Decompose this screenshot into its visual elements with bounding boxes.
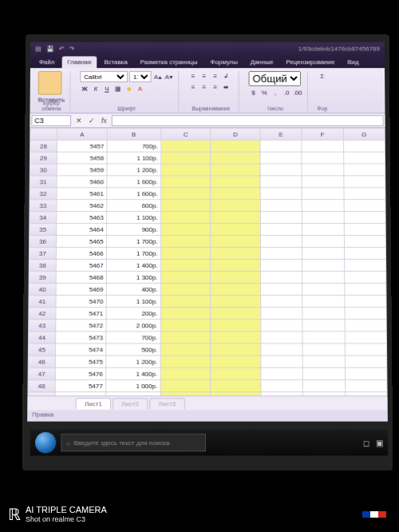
cell-F37[interactable]: [302, 248, 344, 260]
cell-E37[interactable]: [261, 248, 302, 260]
cell-G48[interactable]: [345, 379, 387, 391]
cell-C35[interactable]: [160, 224, 211, 236]
spreadsheet-grid[interactable]: ABCDEFG 285457700р.2954581 100р.3054591 …: [27, 128, 387, 395]
font-name-select[interactable]: Calibri: [80, 71, 128, 82]
row-header[interactable]: 48: [28, 379, 55, 391]
cell-B32[interactable]: 1 600р.: [107, 188, 161, 200]
cell-E38[interactable]: [261, 259, 302, 271]
cell-G43[interactable]: [345, 320, 387, 332]
row-header[interactable]: 42: [29, 308, 56, 320]
cell-F29[interactable]: [302, 152, 343, 164]
cell-B46[interactable]: 1 200р.: [105, 355, 160, 367]
cell-F48[interactable]: [303, 379, 346, 391]
cell-A46[interactable]: 5475: [55, 355, 105, 367]
cell-E34[interactable]: [260, 212, 302, 224]
cell-A42[interactable]: 5471: [56, 308, 106, 320]
row-header[interactable]: 32: [30, 188, 57, 200]
cell-B45[interactable]: 500р.: [106, 343, 160, 355]
cell-A37[interactable]: 5466: [56, 248, 106, 260]
cell-C33[interactable]: [160, 200, 211, 212]
cell-F33[interactable]: [302, 200, 344, 212]
col-header-E[interactable]: E: [260, 129, 302, 141]
ribbon-tab-3[interactable]: Разметка страницы: [135, 56, 203, 68]
cell-A31[interactable]: 5460: [57, 176, 107, 188]
row-header[interactable]: 35: [30, 224, 57, 236]
cell-E39[interactable]: [261, 272, 302, 284]
cell-G38[interactable]: [344, 259, 385, 271]
cell-B39[interactable]: 1 300р.: [106, 272, 160, 284]
cell-G36[interactable]: [344, 236, 385, 248]
cell-C47[interactable]: [160, 367, 211, 379]
cell-B36[interactable]: 1 700р.: [106, 236, 160, 248]
formula-input[interactable]: [112, 115, 384, 126]
cell-B43[interactable]: 2 000р.: [106, 320, 160, 332]
cell-A41[interactable]: 5470: [56, 296, 106, 308]
cell-C31[interactable]: [160, 176, 211, 188]
cell-G29[interactable]: [343, 152, 385, 164]
paste-button[interactable]: [38, 71, 62, 94]
row-header[interactable]: 41: [29, 296, 56, 308]
cell-E42[interactable]: [261, 308, 302, 320]
cancel-icon[interactable]: ✕: [73, 117, 85, 125]
select-all-corner[interactable]: [30, 129, 57, 141]
sheet-tab-1[interactable]: Лист2: [113, 398, 148, 409]
cell-E40[interactable]: [261, 284, 302, 296]
underline-button[interactable]: Ч: [102, 84, 112, 93]
cell-F39[interactable]: [302, 272, 344, 284]
align-right-icon[interactable]: ≡: [211, 82, 220, 92]
cell-D44[interactable]: [211, 332, 261, 343]
cell-G35[interactable]: [344, 224, 385, 236]
cell-C40[interactable]: [160, 284, 211, 296]
cell-F38[interactable]: [302, 259, 344, 271]
cell-G46[interactable]: [345, 355, 387, 367]
cell-D43[interactable]: [211, 320, 261, 332]
cell-G47[interactable]: [345, 367, 387, 379]
cell-E46[interactable]: [261, 355, 303, 367]
ribbon-tab-4[interactable]: Формулы: [204, 56, 243, 68]
cell-F44[interactable]: [302, 332, 345, 343]
cell-F46[interactable]: [302, 355, 345, 367]
col-header-C[interactable]: C: [160, 129, 210, 141]
cell-D32[interactable]: [211, 188, 261, 200]
taskbar-search[interactable]: ⌕ Введите здесь текст для поиска: [61, 434, 206, 451]
cell-B37[interactable]: 1 700р.: [106, 248, 160, 260]
cell-B28[interactable]: 700р.: [107, 140, 161, 152]
cell-D28[interactable]: [211, 140, 260, 152]
dec-decimal-icon[interactable]: .00: [293, 88, 302, 97]
border-icon[interactable]: ▦: [113, 84, 123, 93]
cell-G33[interactable]: [344, 200, 385, 212]
cell-F35[interactable]: [302, 224, 344, 236]
cell-D42[interactable]: [211, 308, 261, 320]
cell-F36[interactable]: [302, 236, 344, 248]
cell-E45[interactable]: [261, 343, 303, 355]
cell-F47[interactable]: [303, 367, 346, 379]
cell-D33[interactable]: [211, 200, 261, 212]
cell-C32[interactable]: [160, 188, 211, 200]
cell-G28[interactable]: [343, 140, 385, 152]
cell-E31[interactable]: [260, 176, 302, 188]
cell-A45[interactable]: 5474: [55, 343, 105, 355]
wrap-icon[interactable]: ↲: [222, 71, 231, 81]
col-header-B[interactable]: B: [107, 129, 161, 141]
cell-A35[interactable]: 5464: [57, 224, 107, 236]
font-size-select[interactable]: 11: [129, 71, 152, 82]
cell-G37[interactable]: [344, 248, 385, 260]
cell-F40[interactable]: [302, 284, 344, 296]
cell-D47[interactable]: [211, 367, 261, 379]
cell-D34[interactable]: [211, 212, 261, 224]
cell-D39[interactable]: [211, 272, 261, 284]
cell-F45[interactable]: [302, 343, 345, 355]
ribbon-tab-6[interactable]: Рецензирование: [280, 56, 340, 68]
row-header[interactable]: 38: [29, 259, 56, 271]
row-header[interactable]: 33: [30, 200, 57, 212]
row-header[interactable]: 46: [28, 355, 55, 367]
cell-C42[interactable]: [160, 308, 211, 320]
cell-F30[interactable]: [302, 164, 343, 176]
cell-C41[interactable]: [160, 296, 211, 308]
cell-B41[interactable]: 1 100р.: [106, 296, 160, 308]
ribbon-tab-5[interactable]: Данные: [245, 56, 279, 68]
cell-A47[interactable]: 5476: [55, 367, 105, 379]
cell-G31[interactable]: [344, 176, 385, 188]
comma-icon[interactable]: ,: [271, 88, 280, 97]
cell-F41[interactable]: [302, 296, 344, 308]
